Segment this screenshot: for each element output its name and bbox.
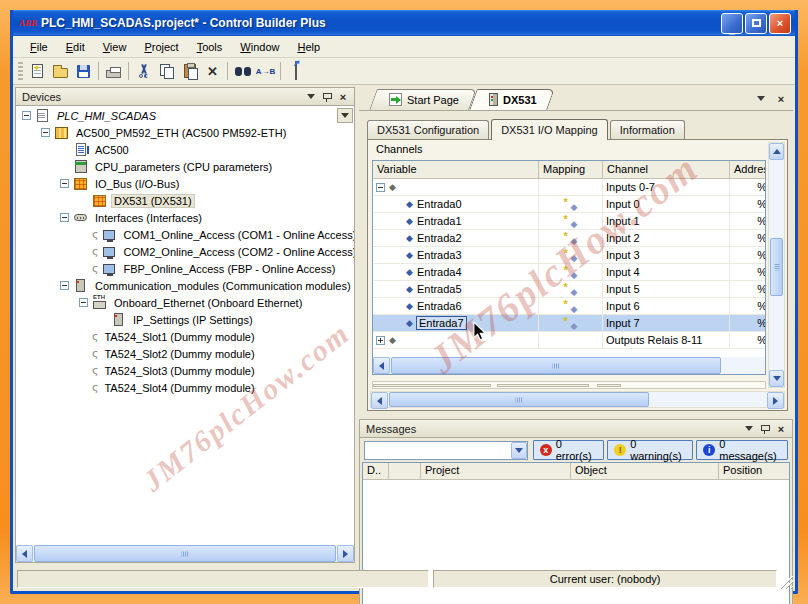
delete-button[interactable]: ✕ xyxy=(201,60,224,82)
messages-column-project[interactable]: Project xyxy=(421,463,571,479)
error-filter-button[interactable]: x0 error(s) xyxy=(533,440,605,460)
io-row-entrada6[interactable]: ◆Entrada6Input 6% xyxy=(373,298,765,315)
io-table-horizontal-scrollbar[interactable] xyxy=(373,357,765,374)
title-bar[interactable]: ABB PLC_HMI_SCADAS.project* - Control Bu… xyxy=(13,10,795,36)
devices-horizontal-scrollbar[interactable] xyxy=(16,545,354,562)
menu-project[interactable]: Project xyxy=(135,39,187,55)
io-row-outputs-relais-8-11[interactable]: ◆Outputs Relais 8-11% xyxy=(373,332,765,349)
tree-expander-icon[interactable] xyxy=(60,179,69,188)
tree-item-ac500_pm592_eth[interactable]: AC500_PM592_ETH (AC500 PM592-ETH) xyxy=(16,124,354,141)
messages-dropdown-icon[interactable] xyxy=(741,422,757,436)
messages-pin-icon[interactable] xyxy=(757,422,773,436)
row-expander-icon[interactable] xyxy=(376,336,385,345)
tree-expander-icon[interactable] xyxy=(22,111,31,120)
subtab-information[interactable]: Information xyxy=(610,120,685,139)
copy-button[interactable] xyxy=(155,60,178,82)
find-button[interactable] xyxy=(231,60,254,82)
scrollbar-thumb[interactable] xyxy=(389,392,649,407)
scroll-right-arrow[interactable] xyxy=(337,545,354,562)
tree-expander-icon[interactable] xyxy=(60,281,69,290)
cut-button[interactable] xyxy=(132,60,155,82)
tab-start-page[interactable]: Start Page xyxy=(373,89,473,110)
messages-column-d[interactable]: D.. xyxy=(363,463,389,479)
tree-item-ac500[interactable]: AC500 xyxy=(16,141,354,158)
menu-edit[interactable]: Edit xyxy=(57,39,94,55)
replace-button[interactable]: A→B xyxy=(254,60,277,82)
devices-pin-icon[interactable] xyxy=(319,90,335,104)
tree-expander-icon[interactable] xyxy=(60,213,69,222)
scroll-left-arrow[interactable] xyxy=(373,357,390,374)
tree-item-com1_online_access[interactable]: ςCOM1_Online_Access (COM1 - Online Acces… xyxy=(16,226,354,243)
tree-item-ta524_slot2[interactable]: ςTA524_Slot2 (Dummy module) xyxy=(16,345,354,362)
io-row-inputs-0-7[interactable]: ◆Inputs 0-7% xyxy=(373,179,765,196)
subtab-dx531-i-o-mapping[interactable]: DX531 I/O Mapping xyxy=(491,119,608,140)
warning-filter-button[interactable]: !0 warning(s) xyxy=(607,440,693,460)
io-row-entrada3[interactable]: ◆Entrada3Input 3% xyxy=(373,247,765,264)
editor-horizontal-scrollbar[interactable] xyxy=(370,391,785,408)
tree-item-onboard_ethernet[interactable]: Onboard_Ethernet (Onboard Ethernet) xyxy=(16,294,354,311)
open-button[interactable] xyxy=(49,60,72,82)
scroll-left-arrow[interactable] xyxy=(16,545,33,562)
tree-item-interfaces[interactable]: Interfaces (Interfaces) xyxy=(16,209,354,226)
scroll-right-arrow[interactable] xyxy=(767,392,784,409)
menu-view[interactable]: View xyxy=(94,39,136,55)
messages-close-icon[interactable]: × xyxy=(773,422,789,436)
row-expander-icon[interactable] xyxy=(376,183,385,192)
tree-item-ta524_slot1[interactable]: ςTA524_Slot1 (Dummy module) xyxy=(16,328,354,345)
column-header-Channel[interactable]: Channel xyxy=(603,161,730,178)
tree-item-ip_settings[interactable]: IP_Settings (IP Settings) xyxy=(16,311,354,328)
scrollbar-thumb[interactable] xyxy=(391,357,721,374)
io-row-entrada4[interactable]: ◆Entrada4Input 4% xyxy=(373,264,765,281)
messages-column-object[interactable]: Object xyxy=(571,463,719,479)
scroll-down-arrow[interactable] xyxy=(769,370,784,387)
column-header-Mapping[interactable]: Mapping xyxy=(539,161,603,178)
tree-item-fbp_online_access[interactable]: ςFBP_Online_Access (FBP - Online Access) xyxy=(16,260,354,277)
io-row-entrada7[interactable]: ◆Entrada7Input 7% xyxy=(373,315,765,332)
tree-expander-icon[interactable] xyxy=(41,128,50,137)
menu-file[interactable]: File xyxy=(21,39,57,55)
scrollbar-thumb[interactable] xyxy=(770,238,783,296)
menu-help[interactable]: Help xyxy=(288,39,329,55)
tree-dropdown-button[interactable] xyxy=(337,108,353,123)
variable-name[interactable]: Entrada6 xyxy=(417,300,462,312)
paste-button[interactable] xyxy=(178,60,201,82)
tree-item-communication_modules[interactable]: Communication_modules (Communication mod… xyxy=(16,277,354,294)
variable-name[interactable]: Entrada0 xyxy=(417,198,462,210)
scrollbar-thumb[interactable] xyxy=(34,545,336,562)
variable-name[interactable]: Entrada3 xyxy=(417,249,462,261)
variable-name-editing[interactable]: Entrada7 xyxy=(416,316,467,330)
tree-expander-icon[interactable] xyxy=(79,298,88,307)
tree-item-com2_online_access[interactable]: ςCOM2_Online_Access (COM2 - Online Acces… xyxy=(16,243,354,260)
editor-vertical-scrollbar[interactable] xyxy=(768,142,785,388)
variable-name[interactable]: Entrada5 xyxy=(417,283,462,295)
io-row-entrada0[interactable]: ◆Entrada0Input 0% xyxy=(373,196,765,213)
combobox-dropdown-icon[interactable] xyxy=(511,442,527,459)
subtab-dx531-configuration[interactable]: DX531 Configuration xyxy=(367,120,489,139)
column-header-Variable[interactable]: Variable xyxy=(373,161,539,178)
tree-item-dx531[interactable]: DX531 (DX531) xyxy=(16,192,354,209)
message-filter-button[interactable]: i0 message(s) xyxy=(696,440,788,460)
maximize-button[interactable] xyxy=(745,13,767,34)
devices-dropdown-icon[interactable] xyxy=(303,90,319,104)
io-row-entrada1[interactable]: ◆Entrada1Input 1% xyxy=(373,213,765,230)
minimize-button[interactable]: _ xyxy=(721,13,743,34)
variable-name[interactable]: Entrada4 xyxy=(417,266,462,278)
tree-item-plc_hmi_scadas[interactable]: PLC_HMI_SCADAS xyxy=(16,107,354,124)
devices-close-icon[interactable]: × xyxy=(335,90,351,104)
messages-column-position[interactable]: Position xyxy=(719,463,790,479)
message-category-combobox[interactable] xyxy=(364,441,528,460)
new-button[interactable]: ✦ xyxy=(26,60,49,82)
menu-window[interactable]: Window xyxy=(231,39,288,55)
messages-column-blank[interactable] xyxy=(389,463,421,479)
tab-dx531[interactable]: DX531 xyxy=(473,89,551,110)
doc-tab-close-icon[interactable]: × xyxy=(773,92,789,106)
io-row-entrada2[interactable]: ◆Entrada2Input 2% xyxy=(373,230,765,247)
io-row-entrada5[interactable]: ◆Entrada5Input 5% xyxy=(373,281,765,298)
toolbar-drag-handle[interactable] xyxy=(18,62,23,80)
tree-item-ta524_slot3[interactable]: ςTA524_Slot3 (Dummy module) xyxy=(16,362,354,379)
menu-tools[interactable]: Tools xyxy=(188,39,232,55)
scroll-up-arrow[interactable] xyxy=(769,143,784,160)
tree-item-ta524_slot4[interactable]: ςTA524_Slot4 (Dummy module) xyxy=(16,379,354,396)
tree-item-cpu_parameters[interactable]: CPU_parameters (CPU parameters) xyxy=(16,158,354,175)
save-button[interactable] xyxy=(72,60,95,82)
